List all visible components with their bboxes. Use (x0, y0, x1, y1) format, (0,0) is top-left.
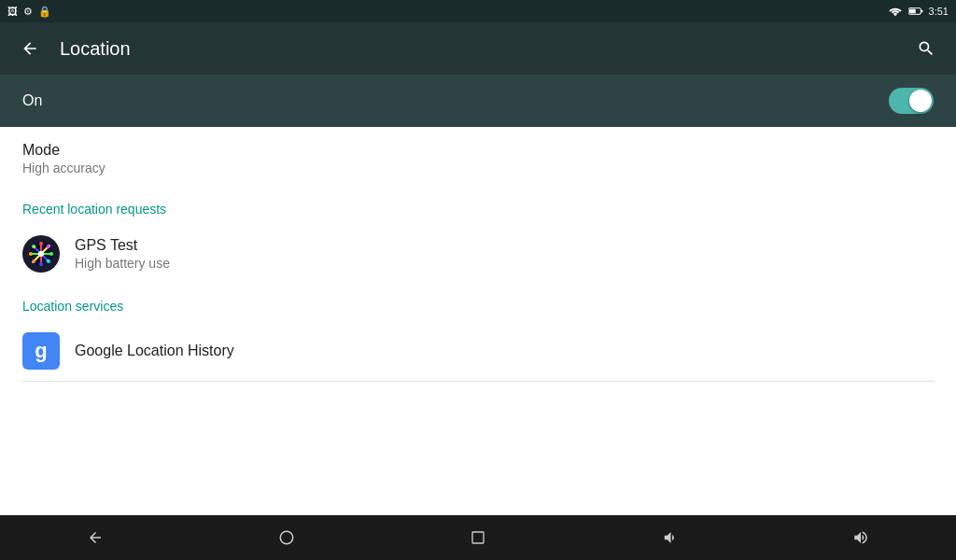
page-title: Location (60, 38, 896, 60)
google-location-history-item[interactable]: g Google Location History (0, 321, 956, 381)
gps-test-text: GPS Test High battery use (75, 237, 170, 271)
svg-point-14 (47, 259, 50, 263)
volume-down-button[interactable] (641, 519, 697, 556)
status-bar: 🖼 ⚙ 🔒 3:51 (0, 0, 956, 22)
gps-test-item[interactable]: GPS Test High battery use (0, 224, 956, 284)
back-button[interactable] (15, 34, 45, 63)
svg-point-17 (280, 531, 293, 544)
google-icon: g (22, 332, 60, 370)
svg-rect-2 (909, 9, 916, 14)
svg-point-15 (32, 259, 35, 263)
svg-point-10 (49, 252, 53, 256)
lock-icon: 🔒 (38, 6, 51, 18)
svg-rect-1 (921, 10, 922, 13)
status-icons-right: 3:51 (888, 6, 949, 17)
location-services-header: Location services (0, 284, 956, 321)
home-nav-button[interactable] (259, 519, 315, 556)
volume-up-button[interactable] (833, 519, 889, 556)
recent-requests-header: Recent location requests (0, 187, 956, 224)
wifi-icon (888, 6, 903, 17)
google-location-name: Google Location History (75, 343, 234, 359)
gps-test-icon (22, 235, 60, 273)
back-nav-button[interactable] (67, 519, 123, 556)
status-icons-left: 🖼 ⚙ 🔒 (7, 6, 51, 18)
svg-point-9 (39, 242, 43, 245)
toolbar: Location (0, 22, 956, 75)
gps-test-name: GPS Test (75, 237, 170, 254)
google-location-text: Google Location History (75, 343, 234, 359)
search-button[interactable] (911, 34, 941, 63)
svg-rect-18 (472, 532, 484, 543)
nav-bar (0, 515, 956, 560)
mode-row[interactable]: Mode High accuracy (0, 127, 956, 187)
toggle-label: On (22, 92, 42, 109)
mode-subtitle: High accuracy (22, 161, 934, 175)
usb-icon: ⚙ (23, 6, 33, 18)
google-g-letter: g (35, 341, 47, 361)
location-toggle-switch[interactable] (889, 88, 934, 114)
recents-nav-button[interactable] (450, 519, 506, 556)
time-label: 3:51 (929, 6, 949, 17)
svg-point-13 (47, 245, 50, 248)
location-toggle-row[interactable]: On (0, 75, 956, 127)
mode-title: Mode (22, 142, 934, 159)
svg-point-8 (38, 251, 44, 257)
battery-icon (908, 6, 923, 17)
gps-test-subtitle: High battery use (75, 256, 170, 271)
svg-point-11 (39, 262, 43, 266)
divider (22, 381, 934, 382)
image-icon: 🖼 (7, 6, 18, 17)
svg-point-12 (29, 252, 33, 256)
svg-point-16 (32, 245, 35, 248)
content-area: Mode High accuracy Recent location reque… (0, 127, 956, 382)
